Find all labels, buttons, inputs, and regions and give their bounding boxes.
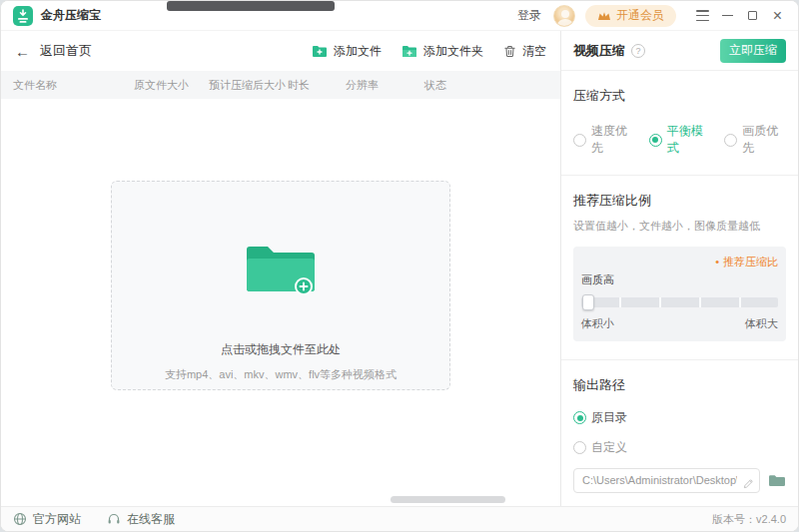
- add-folder-label: 添加文件夹: [423, 43, 483, 60]
- trash-icon: [503, 45, 516, 58]
- output-path-section: 输出路径 原目录 自定义: [561, 360, 798, 511]
- quality-high-label: 画质高: [581, 272, 778, 287]
- back-home-label: 返回首页: [40, 42, 92, 60]
- official-website-label: 官方网站: [33, 511, 81, 528]
- compression-method-options: 速度优先 平衡模式 画质优先: [573, 123, 786, 157]
- back-arrow-icon: ←: [15, 43, 30, 60]
- slider-handle[interactable]: [582, 294, 594, 310]
- radio-circle-icon: [649, 134, 662, 147]
- status-bar: 官方网站 在线客服 版本号：v2.4.0: [1, 506, 798, 531]
- maximize-icon[interactable]: [740, 3, 765, 29]
- add-file-button[interactable]: 添加文件: [312, 43, 382, 60]
- radio-custom-directory[interactable]: 自定义: [573, 439, 786, 456]
- edit-path-icon[interactable]: [743, 475, 754, 493]
- add-folder-icon: [401, 44, 417, 58]
- column-header-resolution: 分辨率: [346, 78, 424, 93]
- size-large-label: 体积大: [745, 316, 778, 331]
- main-area: ← 返回首页 添加文件: [1, 31, 798, 506]
- app-window: 金舟压缩宝 登录 开通会员 × ← 返回首页: [0, 0, 799, 532]
- radio-balanced-mode[interactable]: 平衡模式: [649, 123, 711, 157]
- radio-quality-label: 画质优先: [742, 123, 786, 157]
- settings-panel: 视频压缩 ? 立即压缩 压缩方式 速度优先 平衡模式: [560, 31, 798, 506]
- ratio-slider-box: 推荐压缩比 画质高 体积小 体积大: [573, 247, 786, 341]
- output-path-row: [573, 468, 786, 493]
- radio-original-dir-label: 原目录: [591, 409, 627, 426]
- path-input-wrap: [573, 468, 760, 493]
- output-path-title: 输出路径: [573, 376, 786, 394]
- folder-plus-icon: [243, 240, 319, 301]
- back-home-button[interactable]: ← 返回首页: [15, 42, 92, 60]
- radio-circle-icon: [573, 411, 586, 424]
- output-path-input[interactable]: [573, 468, 760, 493]
- compress-now-button[interactable]: 立即压缩: [720, 39, 786, 63]
- column-header-estimated-size: 预计压缩后大小: [209, 78, 288, 93]
- menu-icon[interactable]: [690, 3, 715, 29]
- add-folder-button[interactable]: 添加文件夹: [401, 43, 483, 60]
- official-website-link[interactable]: 官方网站: [13, 511, 81, 528]
- add-file-label: 添加文件: [334, 43, 382, 60]
- size-small-label: 体积小: [581, 316, 614, 331]
- add-file-folder-icon: [312, 44, 328, 58]
- file-toolbar: ← 返回首页 添加文件: [1, 31, 560, 71]
- radio-quality-priority[interactable]: 画质优先: [724, 123, 786, 157]
- slider-scale-labels: 体积小 体积大: [581, 316, 778, 331]
- column-header-filename: 文件名称: [13, 78, 134, 93]
- output-path-options: 原目录 自定义: [573, 409, 786, 456]
- horizontal-scrollbar: [1, 496, 560, 503]
- radio-speed-label: 速度优先: [591, 123, 635, 157]
- slider-track[interactable]: [581, 297, 778, 307]
- file-table-body: 点击或拖拽文件至此处 支持mp4、avi、mkv、wmv、flv等多种视频格式: [1, 99, 560, 506]
- table-header-row: 文件名称 原文件大小 预计压缩后大小 时长 分辨率 状态: [1, 71, 560, 99]
- headset-icon: [107, 512, 121, 526]
- radio-balanced-label: 平衡模式: [667, 123, 711, 157]
- minimize-icon[interactable]: [715, 3, 740, 29]
- radio-circle-icon: [573, 441, 586, 454]
- close-icon[interactable]: ×: [765, 3, 790, 29]
- crown-icon: [597, 11, 611, 21]
- panel-header: 视频压缩 ? 立即压缩: [561, 31, 798, 71]
- window-drag-ghost: [167, 1, 335, 11]
- radio-circle-icon: [573, 134, 586, 147]
- recommended-ratio-badge: 推荐压缩比: [581, 255, 778, 269]
- toolbar-actions: 添加文件 添加文件夹: [312, 43, 546, 60]
- compression-ratio-section: 推荐压缩比例 设置值越小，文件越小，图像质量越低 推荐压缩比 画质高 体积小 体…: [561, 176, 798, 360]
- dropzone-subtitle: 支持mp4、avi、mkv、wmv、flv等多种视频格式: [165, 367, 397, 382]
- ratio-slider: [581, 294, 778, 310]
- app-title: 金舟压缩宝: [41, 7, 101, 24]
- online-support-label: 在线客服: [127, 511, 175, 528]
- radio-original-directory[interactable]: 原目录: [573, 409, 786, 426]
- panel-title: 视频压缩: [573, 42, 625, 60]
- compression-method-section: 压缩方式 速度优先 平衡模式 画质优先: [561, 71, 798, 176]
- globe-icon: [13, 512, 27, 526]
- file-dropzone[interactable]: 点击或拖拽文件至此处 支持mp4、avi、mkv、wmv、flv等多种视频格式: [111, 181, 450, 390]
- ratio-title: 推荐压缩比例: [573, 192, 786, 210]
- column-header-status: 状态: [424, 78, 560, 93]
- avatar[interactable]: [553, 5, 575, 27]
- radio-speed-priority[interactable]: 速度优先: [573, 123, 635, 157]
- ratio-hint: 设置值越小，文件越小，图像质量越低: [573, 219, 786, 234]
- title-bar: 金舟压缩宝 登录 开通会员 ×: [1, 1, 798, 31]
- file-list-pane: ← 返回首页 添加文件: [1, 31, 560, 506]
- compression-method-title: 压缩方式: [573, 87, 786, 105]
- window-controls: ×: [690, 3, 790, 29]
- horizontal-scrollbar-thumb[interactable]: [391, 496, 505, 503]
- titlebar-actions: 登录 开通会员 ×: [517, 3, 790, 29]
- clear-label: 清空: [522, 43, 546, 60]
- online-support-link[interactable]: 在线客服: [107, 511, 175, 528]
- column-header-duration: 时长: [288, 78, 346, 93]
- column-header-original-size: 原文件大小: [134, 78, 209, 93]
- help-icon[interactable]: ?: [631, 44, 645, 58]
- vip-button-label: 开通会员: [616, 7, 664, 24]
- browse-folder-icon[interactable]: [768, 473, 786, 488]
- app-logo-icon: [13, 6, 33, 26]
- radio-circle-icon: [724, 134, 737, 147]
- clear-button[interactable]: 清空: [503, 43, 546, 60]
- dropzone-title: 点击或拖拽文件至此处: [221, 341, 341, 358]
- login-link[interactable]: 登录: [517, 7, 541, 24]
- radio-custom-dir-label: 自定义: [591, 439, 627, 456]
- vip-button[interactable]: 开通会员: [585, 5, 676, 27]
- version-text: 版本号：v2.4.0: [712, 512, 786, 527]
